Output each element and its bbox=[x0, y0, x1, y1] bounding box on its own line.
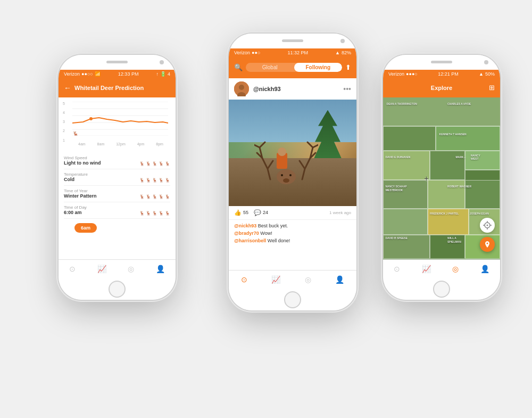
time-select-button[interactable]: 6am bbox=[74, 223, 97, 233]
time-center: 11:32 PM bbox=[287, 50, 308, 55]
condition-temp-label: Temperature bbox=[64, 172, 170, 177]
label-mark: MARK... bbox=[455, 155, 466, 159]
tab-following[interactable]: Following bbox=[294, 63, 343, 72]
nav-person-right[interactable]: 👤 bbox=[480, 265, 489, 273]
location-right: ▲ bbox=[479, 71, 484, 77]
svg-point-13 bbox=[289, 174, 292, 176]
svg-text:🦌: 🦌 bbox=[72, 130, 79, 136]
right-header: Explore ⊞ bbox=[383, 78, 500, 97]
home-button-left[interactable] bbox=[109, 281, 126, 298]
phone-bottom-right bbox=[383, 278, 500, 300]
y-label-3: 3 bbox=[63, 120, 65, 124]
like-icon: 👍 bbox=[234, 209, 242, 216]
nav-camera-center[interactable]: ⊙ bbox=[241, 275, 247, 284]
carrier-center: Verizon bbox=[234, 50, 250, 55]
carrier-right: Verizon bbox=[388, 71, 404, 77]
chart-x-labels: 4am 8am 12pm 4pm 8pm bbox=[72, 142, 169, 146]
post-stats: 👍 55 💬 24 1 week ago bbox=[229, 206, 356, 220]
nav-chart-left[interactable]: 📈 bbox=[97, 265, 106, 273]
home-button-right[interactable] bbox=[433, 281, 450, 298]
label-speese: DAVID B SPEESE bbox=[385, 236, 408, 240]
condition-year-value: Winter Pattern bbox=[64, 193, 96, 199]
comment-icon: 💬 bbox=[254, 209, 261, 216]
label-spielman: WILL ASPIELMAN bbox=[447, 236, 461, 244]
phone-center: Verizon ●●○ 11:32 PM ▲ 82% 🔍 Global Foll… bbox=[229, 34, 356, 310]
conditions-list: Wind Speed Light to no wind 🦌 🦌 🦌 🦌 🦌 bbox=[59, 151, 176, 259]
post-caption: @nickh93 Best buck yet. bbox=[234, 222, 351, 230]
phone-top-bar-center bbox=[229, 34, 356, 48]
label-westbrook: NANCY SCHAAPWESTBROOK bbox=[385, 185, 406, 192]
likes-stat[interactable]: 👍 55 bbox=[234, 209, 248, 216]
bottom-nav-right: ⊙ 📈 ◎ 👤 bbox=[383, 259, 500, 278]
map-field-5 bbox=[465, 151, 500, 170]
chart-y-labels: 5 4 3 2 1 bbox=[63, 102, 65, 142]
map-area[interactable]: DEAN A THORRINGTON CHARLES A HYDE KENNET… bbox=[383, 97, 500, 259]
label-hansen: KENNETH T HANSEN bbox=[439, 133, 467, 136]
nav-location-left[interactable]: ◎ bbox=[128, 265, 134, 273]
search-icon[interactable]: 🔍 bbox=[234, 63, 243, 71]
label-thorrington: DEAN A THORRINGTON bbox=[387, 102, 417, 105]
screen-left: ← Whitetail Deer Prediction 5 4 3 2 1 bbox=[59, 78, 176, 278]
x-label-4am: 4am bbox=[78, 142, 86, 146]
x-label-8pm: 8pm bbox=[156, 142, 163, 146]
home-button-center[interactable] bbox=[284, 291, 301, 308]
svg-point-16 bbox=[278, 147, 286, 156]
svg-point-9 bbox=[239, 85, 244, 90]
nav-chart-right[interactable]: 📈 bbox=[422, 265, 431, 273]
layers-icon[interactable]: ⊞ bbox=[489, 84, 495, 92]
location-target-button[interactable] bbox=[480, 218, 495, 233]
signal-center: ●●○ bbox=[252, 50, 260, 55]
condition-year-icons: 🦌 🦌 🦌 🦌 🦌 bbox=[139, 194, 170, 199]
time-button-wrap: 6am bbox=[64, 219, 170, 237]
comments-stat[interactable]: 💬 24 bbox=[254, 209, 268, 216]
share-icon[interactable]: ⬆ bbox=[345, 63, 351, 71]
condition-year-label: Time of Year bbox=[64, 188, 170, 193]
svg-point-18 bbox=[487, 224, 488, 226]
svg-point-6 bbox=[89, 117, 93, 120]
camera-right bbox=[484, 60, 488, 64]
phone-left: Verizon ●●○○ 📶 12:33 PM ↑ 🔋 4 ← Whitetai… bbox=[59, 55, 176, 300]
svg-point-14 bbox=[283, 178, 289, 183]
tab-global[interactable]: Global bbox=[246, 63, 294, 72]
likes-count: 55 bbox=[243, 210, 248, 215]
post-more-button[interactable]: ••• bbox=[343, 85, 351, 93]
label-hyde: CHARLES A HYDE bbox=[447, 102, 471, 105]
condition-day-label: Time of Day bbox=[64, 205, 170, 210]
back-button[interactable]: ← bbox=[64, 84, 71, 92]
x-label-12pm: 12pm bbox=[116, 142, 126, 146]
condition-wind-label: Wind Speed bbox=[64, 155, 170, 160]
deer-antlers-svg bbox=[254, 137, 318, 190]
phone-right: Verizon ●●●○ 12:21 PM ▲ 50% Explore ⊞ bbox=[383, 55, 500, 300]
nav-person-left[interactable]: 👤 bbox=[156, 265, 165, 273]
post-username[interactable]: @nickh93 bbox=[253, 86, 339, 92]
svg-point-12 bbox=[281, 174, 283, 176]
map-crosshair: + bbox=[424, 174, 428, 183]
label-nancy-west: NANCYWEST bbox=[471, 154, 480, 160]
condition-year: Time of Year Winter Pattern 🦌 🦌 🦌 🦌 🦌 bbox=[64, 186, 170, 202]
comment-2-text: Well done! bbox=[268, 238, 290, 243]
nav-location-right[interactable]: ◎ bbox=[452, 265, 459, 273]
speaker-left bbox=[106, 61, 128, 63]
phone-bottom-left bbox=[59, 278, 176, 300]
condition-day-icons: 🦌 🦌 🦌 🦌 🦌 bbox=[139, 211, 170, 216]
location-pin-button[interactable] bbox=[480, 237, 495, 252]
time-right: 12:21 PM bbox=[438, 71, 459, 77]
comment-1-user[interactable]: @bradyr70 bbox=[234, 231, 259, 236]
avatar bbox=[234, 81, 249, 96]
map-field-2 bbox=[436, 126, 500, 151]
nav-location-center[interactable]: ◎ bbox=[305, 275, 311, 284]
speaker-right bbox=[431, 61, 452, 63]
comment-2-user[interactable]: @harrisonbell bbox=[234, 238, 266, 243]
phone-bottom-center bbox=[229, 289, 356, 310]
map-field-10 bbox=[383, 209, 428, 235]
caption-user[interactable]: @nickh93 bbox=[234, 223, 256, 228]
comment-1: @bradyr70 Wow! bbox=[234, 230, 351, 237]
nav-chart-center[interactable]: 📈 bbox=[271, 275, 280, 284]
battery-num-left: 4 bbox=[168, 71, 170, 77]
nav-camera-right[interactable]: ⊙ bbox=[394, 265, 400, 273]
nav-person-center[interactable]: 👤 bbox=[335, 275, 344, 284]
camera-left bbox=[160, 60, 164, 64]
nav-camera-left[interactable]: ⊙ bbox=[69, 265, 76, 273]
post-header: @nickh93 ••• bbox=[229, 78, 356, 100]
label-wagner: ROBERT WAGNER bbox=[447, 185, 471, 188]
